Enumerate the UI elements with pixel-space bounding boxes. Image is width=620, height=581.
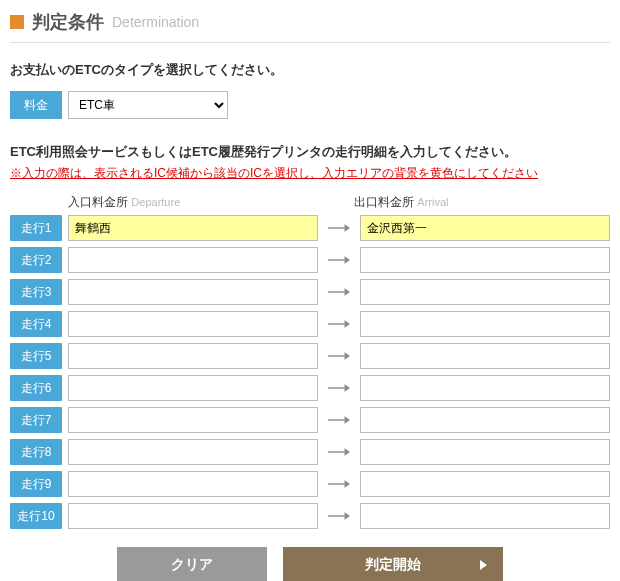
note-highlight: ※入力の際は、表示されるIC候補から該当のICを選択し、入力エリアの背景を黄色に… (10, 165, 610, 182)
submit-button[interactable]: 判定開始 (283, 547, 503, 581)
arrow-right-icon (324, 503, 354, 529)
route-label: 走行9 (10, 471, 62, 497)
instruction-route-input: ETC利用照会サービスもしくはETC履歴発行プリンタの走行明細を入力してください… (10, 143, 610, 161)
arrival-input[interactable] (360, 311, 610, 337)
svg-marker-13 (345, 416, 351, 423)
svg-marker-7 (345, 320, 351, 327)
departure-input[interactable] (68, 375, 318, 401)
arrival-input[interactable] (360, 343, 610, 369)
route-row: 走行4 (10, 311, 610, 337)
departure-input[interactable] (68, 215, 318, 241)
col-arrival-en: Arrival (417, 196, 448, 208)
departure-input[interactable] (68, 311, 318, 337)
svg-marker-19 (345, 512, 351, 519)
route-label: 走行3 (10, 279, 62, 305)
arrival-input[interactable] (360, 439, 610, 465)
route-label: 走行6 (10, 375, 62, 401)
route-row: 走行7 (10, 407, 610, 433)
arrival-input[interactable] (360, 375, 610, 401)
svg-marker-5 (345, 288, 351, 295)
route-label: 走行4 (10, 311, 62, 337)
col-departure-en: Departure (131, 196, 180, 208)
arrow-right-icon (324, 247, 354, 273)
route-row: 走行10 (10, 503, 610, 529)
svg-marker-11 (345, 384, 351, 391)
submit-button-label: 判定開始 (365, 556, 421, 574)
arrival-input[interactable] (360, 247, 610, 273)
arrow-right-icon (324, 407, 354, 433)
arrow-right-icon (324, 471, 354, 497)
departure-input[interactable] (68, 471, 318, 497)
arrival-input[interactable] (360, 407, 610, 433)
departure-input[interactable] (68, 503, 318, 529)
col-arrival: 出口料金所 Arrival (354, 194, 610, 211)
instruction-etc-type: お支払いのETCのタイプを選択してください。 (10, 61, 610, 79)
clear-button-label: クリア (171, 556, 213, 574)
route-row: 走行9 (10, 471, 610, 497)
col-departure-jp: 入口料金所 (68, 195, 128, 209)
route-label: 走行8 (10, 439, 62, 465)
departure-input[interactable] (68, 343, 318, 369)
col-arrival-jp: 出口料金所 (354, 195, 414, 209)
departure-input[interactable] (68, 279, 318, 305)
route-label: 走行2 (10, 247, 62, 273)
arrow-right-icon (324, 375, 354, 401)
departure-input[interactable] (68, 439, 318, 465)
route-row: 走行6 (10, 375, 610, 401)
arrow-right-icon (324, 343, 354, 369)
chevron-right-icon (480, 560, 487, 570)
departure-input[interactable] (68, 407, 318, 433)
route-row: 走行3 (10, 279, 610, 305)
svg-marker-17 (345, 480, 351, 487)
route-label: 走行5 (10, 343, 62, 369)
arrow-right-icon (324, 311, 354, 337)
arrival-input[interactable] (360, 503, 610, 529)
clear-button[interactable]: クリア (117, 547, 267, 581)
svg-marker-3 (345, 256, 351, 263)
svg-marker-1 (345, 224, 351, 231)
arrival-input[interactable] (360, 279, 610, 305)
arrow-right-icon (324, 439, 354, 465)
table-header: 入口料金所 Departure 出口料金所 Arrival (10, 194, 610, 211)
svg-marker-9 (345, 352, 351, 359)
button-row: クリア 判定開始 (10, 547, 610, 581)
header-accent-square (10, 15, 24, 29)
fee-row: 料金 ETC車 (10, 91, 610, 119)
route-label: 走行10 (10, 503, 62, 529)
route-row: 走行2 (10, 247, 610, 273)
route-label: 走行7 (10, 407, 62, 433)
route-label: 走行1 (10, 215, 62, 241)
section-header: 判定条件 Determination (10, 10, 610, 43)
fee-select[interactable]: ETC車 (68, 91, 228, 119)
route-row: 走行5 (10, 343, 610, 369)
route-row: 走行1 (10, 215, 610, 241)
arrow-right-icon (324, 279, 354, 305)
col-departure: 入口料金所 Departure (68, 194, 324, 211)
fee-label: 料金 (10, 91, 62, 119)
page-subtitle: Determination (112, 14, 199, 30)
svg-marker-15 (345, 448, 351, 455)
rows-container: 走行1走行2走行3走行4走行5走行6走行7走行8走行9走行10 (10, 215, 610, 529)
arrival-input[interactable] (360, 471, 610, 497)
arrival-input[interactable] (360, 215, 610, 241)
route-row: 走行8 (10, 439, 610, 465)
page-title: 判定条件 (32, 10, 104, 34)
departure-input[interactable] (68, 247, 318, 273)
arrow-right-icon (324, 215, 354, 241)
